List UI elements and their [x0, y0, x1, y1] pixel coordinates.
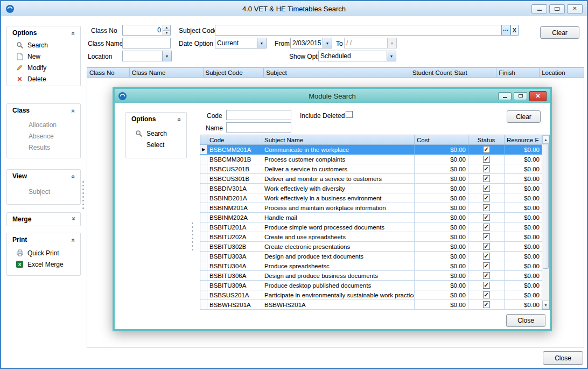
window-titlebar[interactable]: 4.0 VET & HE Timetables Search ✕	[1, 1, 587, 16]
class-no-stepper[interactable]: 0 ▲▼	[122, 25, 171, 36]
modal-clear-button[interactable]: Clear	[507, 110, 541, 123]
scroll-down-icon[interactable]: ▼	[542, 301, 549, 309]
column-header-status[interactable]: Status	[468, 135, 505, 144]
status-checkbox[interactable]: ✓	[483, 253, 490, 260]
clear-subject-button[interactable]: X	[510, 25, 519, 36]
location-dropdown[interactable]: ▼	[122, 51, 172, 61]
window-close-action-button[interactable]: Close	[543, 351, 583, 365]
modal-splitter[interactable]	[191, 222, 194, 250]
scrollbar-track[interactable]	[542, 144, 549, 301]
table-row[interactable]: BSBIND201AWork effectively in a business…	[200, 193, 542, 203]
table-row[interactable]: BSBITU201AProduce simple word processed …	[200, 222, 542, 232]
column-header-cost[interactable]: Cost	[415, 135, 468, 144]
modal-close-button[interactable]: ✕	[529, 91, 547, 101]
maximize-button[interactable]	[549, 4, 565, 13]
column-header-start[interactable]: Start	[452, 68, 497, 77]
status-checkbox[interactable]: ✓	[483, 146, 490, 153]
subject-code-input[interactable]	[215, 25, 501, 36]
spin-down-icon[interactable]: ▼	[163, 31, 170, 36]
column-header-subject-name[interactable]: Subject Name	[262, 135, 415, 144]
table-row[interactable]: BSBITU304AProduce spreadsheetsc$0.00✓$0.…	[200, 261, 542, 271]
sidebar-item-quick-print[interactable]: Quick Print	[7, 247, 80, 259]
modal-item-search[interactable]: Search	[126, 128, 186, 139]
table-row[interactable]: BSBCMM301BProcess customer complaints$0.…	[200, 155, 542, 164]
column-header-subject-code[interactable]: Subject Code	[204, 68, 264, 77]
table-row[interactable]: ▶BSBCMM201ACommunicate in the workplace$…	[200, 145, 542, 155]
panel-print-header[interactable]: Print «	[7, 233, 80, 246]
sidebar-item-subject[interactable]: Subject	[7, 186, 80, 197]
clear-button[interactable]: Clear	[540, 26, 579, 39]
table-row[interactable]: BSBWHS201ABSBWHS201A$0.00✓$0.00	[200, 300, 542, 310]
modal-titlebar[interactable]: Module Search ✕	[115, 89, 550, 103]
status-checkbox[interactable]: ✓	[483, 262, 490, 269]
modal-maximize-button[interactable]	[514, 92, 527, 100]
status-checkbox[interactable]: ✓	[483, 301, 490, 308]
modal-close-action-button[interactable]: Close	[506, 314, 545, 327]
column-header-finish[interactable]: Finish	[496, 68, 540, 77]
scrollbar-thumb[interactable]	[543, 144, 549, 269]
to-date-dropdown[interactable]: / / ▼	[344, 38, 397, 48]
status-checkbox[interactable]: ✓	[483, 156, 490, 163]
from-date-dropdown[interactable]: 2/03/2015 ▼	[290, 38, 332, 48]
minimize-button[interactable]	[531, 4, 547, 13]
sidebar-item-modify[interactable]: Modify	[7, 62, 80, 73]
status-checkbox[interactable]: ✓	[483, 165, 490, 172]
status-checkbox[interactable]: ✓	[483, 175, 490, 182]
status-checkbox[interactable]: ✓	[483, 243, 490, 250]
date-option-dropdown[interactable]: Current ▼	[215, 38, 267, 48]
panel-options-header[interactable]: Options «	[7, 26, 80, 39]
status-checkbox[interactable]: ✓	[483, 185, 490, 192]
panel-class-header[interactable]: Class «	[7, 104, 80, 117]
status-checkbox[interactable]: ✓	[483, 282, 490, 289]
column-header-class-no[interactable]: Class No	[87, 68, 130, 77]
modal-item-select[interactable]: Select	[126, 139, 186, 150]
table-row[interactable]: BSBINM202AHandle mail$0.00✓$0.00	[200, 213, 542, 222]
column-header-class-name[interactable]: Class Name	[130, 68, 204, 77]
panel-merge-header[interactable]: Merge «	[7, 213, 80, 226]
panel-view-header[interactable]: View «	[7, 170, 80, 183]
sidebar-item-allocation[interactable]: Allocation	[7, 119, 80, 130]
status-checkbox[interactable]: ✓	[483, 204, 490, 211]
table-row[interactable]: BSBITU309AProduce desktop published docu…	[200, 281, 542, 290]
status-checkbox[interactable]: ✓	[483, 194, 490, 201]
status-checkbox[interactable]: ✓	[483, 272, 490, 279]
column-header-subject[interactable]: Subject	[264, 68, 410, 77]
column-header-code[interactable]: Code	[207, 135, 262, 144]
show-option-dropdown[interactable]: Scheduled ▼	[318, 51, 396, 61]
column-header-location[interactable]: Location	[540, 68, 584, 77]
table-row[interactable]: BSBDIV301AWork effectively with diversit…	[200, 184, 542, 193]
sidebar-item-delete[interactable]: ✕ Delete	[7, 73, 80, 85]
vertical-scrollbar[interactable]: ▲ ▼	[542, 135, 549, 309]
table-row[interactable]: BSBSUS201AParticipate in environmentally…	[200, 290, 542, 300]
chevron-down-icon[interactable]: ▼	[162, 51, 171, 61]
table-row[interactable]: BSBITU302BCreate electronic presentation…	[200, 242, 542, 252]
table-row[interactable]: BSBITU202ACreate and use spreadsheets$0.…	[200, 232, 542, 242]
sidebar-splitter[interactable]	[82, 181, 85, 209]
chevron-down-icon[interactable]: ▼	[387, 51, 396, 61]
class-name-input[interactable]	[122, 38, 171, 48]
sidebar-item-new[interactable]: New	[7, 51, 80, 62]
code-input[interactable]	[226, 110, 291, 120]
chevron-down-icon[interactable]: ▼	[257, 38, 266, 48]
table-row[interactable]: BSBCUS201BDeliver a service to customers…	[200, 164, 542, 174]
column-header-student-count[interactable]: Student Count	[410, 68, 452, 77]
status-checkbox[interactable]: ✓	[483, 233, 490, 240]
browse-button[interactable]: ···	[501, 25, 510, 36]
sidebar-item-search[interactable]: Search	[7, 39, 80, 51]
status-checkbox[interactable]: ✓	[483, 214, 490, 221]
modal-minimize-button[interactable]	[498, 92, 512, 100]
close-button[interactable]: ✕	[567, 4, 583, 13]
sidebar-item-absence[interactable]: Absence	[7, 130, 80, 142]
table-row[interactable]: BSBINM201AProcess and maintain workplace…	[200, 203, 542, 213]
chevron-down-icon[interactable]: ▼	[323, 38, 332, 48]
name-input[interactable]	[226, 122, 291, 133]
scroll-up-icon[interactable]: ▲	[542, 135, 549, 144]
status-checkbox[interactable]: ✓	[483, 224, 490, 231]
modal-panel-options-header[interactable]: Options «	[126, 113, 186, 126]
sidebar-item-excel-merge[interactable]: X Excel Merge	[7, 259, 80, 270]
table-row[interactable]: BSBITU306ADesign and produce business do…	[200, 271, 542, 281]
table-row[interactable]: BSBCUS301BDeliver and monitor a service …	[200, 174, 542, 184]
sidebar-item-results[interactable]: Results	[7, 142, 80, 153]
spin-up-icon[interactable]: ▲	[163, 25, 170, 31]
column-header-resource[interactable]: Resource F	[505, 135, 542, 144]
